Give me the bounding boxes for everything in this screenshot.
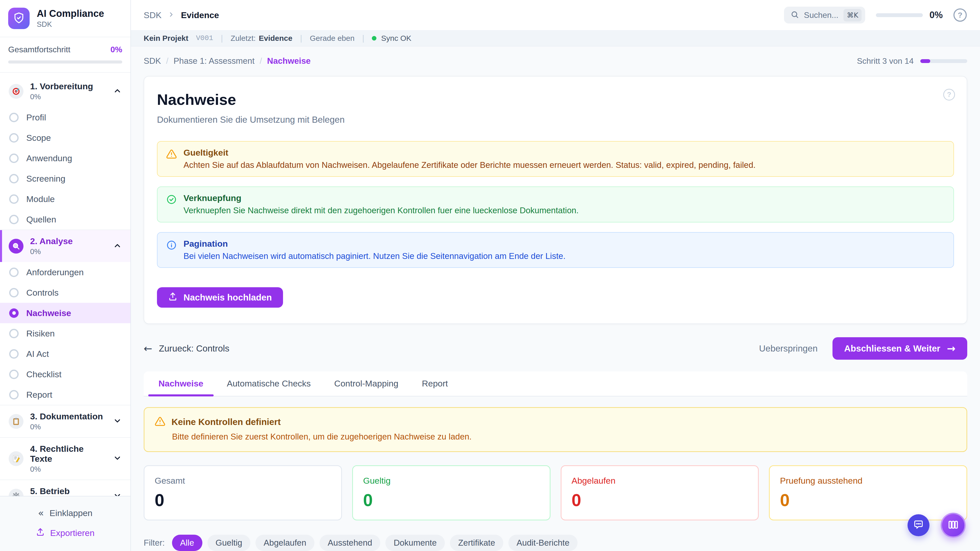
step-progress: Schritt 3 von 14 [857, 56, 967, 66]
sidebar-item-quellen[interactable]: Quellen [0, 209, 130, 230]
board-view-fab[interactable] [941, 513, 966, 538]
skip-button[interactable]: Ueberspringen [759, 343, 818, 354]
sidebar-item-report[interactable]: Report [0, 384, 130, 405]
section-label: 2. Analyse [30, 236, 107, 246]
section-head-analyse[interactable]: 2. Analyse 0% [0, 230, 130, 262]
chevron-right-icon [168, 10, 175, 20]
overall-progress: Gesamtfortschritt 0% [0, 37, 130, 73]
step-label: Schritt 3 von 14 [857, 56, 914, 66]
upload-icon [36, 527, 45, 538]
filter-chip-zertifikate[interactable]: Zertifikate [450, 535, 503, 551]
tab-nachweise[interactable]: Nachweise [147, 372, 215, 396]
stat-value: 0 [363, 491, 539, 509]
radio-icon [9, 133, 19, 143]
sidebar-section-dokumentation: 3. Dokumentation 0% [0, 405, 130, 438]
sidebar-item-anwendung[interactable]: Anwendung [0, 148, 130, 168]
section-head-rechtliche-texte[interactable]: 4. Rechtliche Texte 0% [0, 438, 130, 480]
breadcrumb-root[interactable]: SDK [144, 10, 162, 20]
tab-report[interactable]: Report [410, 372, 460, 396]
radio-icon [9, 370, 19, 379]
section-head-vorbereitung[interactable]: 1. Vorbereitung 0% [0, 75, 130, 107]
filter-chip-abgelaufen[interactable]: Abgelaufen [256, 535, 314, 551]
warning-title: Keine Kontrollen definiert [172, 417, 281, 427]
chat-bubble-icon [913, 519, 924, 531]
breadcrumb-phase[interactable]: Phase 1: Assessment [173, 56, 255, 66]
main-area: SDK Evidence Suchen... ⌘K 0% [131, 0, 980, 551]
radio-icon [9, 349, 19, 359]
step-progress-fill [920, 59, 930, 63]
stat-label: Pruefung ausstehend [780, 476, 956, 486]
collapse-sidebar-button[interactable]: « Einklappen [38, 505, 93, 521]
back-link[interactable]: ← Zurueck: Controls [144, 343, 229, 354]
sidebar-section-rechtliche-texte: 4. Rechtliche Texte 0% [0, 438, 130, 480]
sidebar-nav: 1. Vorbereitung 0% Profil Scope Anwendun… [0, 73, 130, 496]
chevron-up-icon [113, 241, 122, 251]
stat-card-gueltig: Gueltig 0 [352, 465, 550, 520]
radio-icon [9, 329, 19, 338]
evidence-stats: Gesamt 0 Gueltig 0 Abgelaufen 0 Pruefung… [144, 465, 967, 520]
breadcrumb-separator: / [166, 56, 169, 66]
search-input[interactable]: Suchen... ⌘K [784, 6, 865, 24]
sidebar-footer: « Einklappen Exportieren [0, 496, 130, 551]
gear-icon [9, 489, 24, 496]
page-subtitle: Dokumentieren Sie die Umsetzung mit Bele… [157, 114, 954, 125]
help-icon[interactable]: ? [953, 8, 967, 22]
complete-next-button[interactable]: Abschliessen & Weiter → [832, 337, 967, 360]
export-label: Exportieren [50, 528, 95, 538]
sync-status-dot [372, 36, 376, 41]
sidebar-item-screening[interactable]: Screening [0, 168, 130, 189]
radio-icon [9, 194, 19, 204]
upload-icon [168, 292, 177, 303]
sidebar-item-module[interactable]: Module [0, 189, 130, 209]
tab-control-mapping[interactable]: Control-Mapping [323, 372, 410, 396]
columns-icon [947, 519, 959, 532]
filter-chip-gueltig[interactable]: Gueltig [207, 535, 251, 551]
sidebar-item-scope[interactable]: Scope [0, 127, 130, 148]
sidebar-item-checklist[interactable]: Checklist [0, 364, 130, 384]
sidebar-header: AI Compliance SDK [0, 0, 130, 37]
stat-card-gesamt: Gesamt 0 [144, 465, 342, 520]
filter-chip-ausstehend[interactable]: Ausstehend [320, 535, 380, 551]
alert-body: Verknuepfen Sie Nachweise direkt mit den… [183, 205, 579, 216]
search-icon [791, 11, 799, 20]
sidebar-item-nachweise[interactable]: Nachweise [0, 303, 130, 323]
sidebar-item-ai-act[interactable]: AI Act [0, 344, 130, 364]
sidebar-item-risiken[interactable]: Risiken [0, 323, 130, 344]
chat-fab[interactable] [907, 514, 929, 536]
section-label: 5. Betrieb [30, 486, 107, 496]
topbar-progress-bar [876, 13, 923, 17]
radio-icon [9, 268, 19, 277]
alert-body: Achten Sie auf das Ablaufdatum von Nachw… [183, 160, 756, 170]
version-badge: V001 [196, 34, 213, 42]
sidebar-item-anforderungen[interactable]: Anforderungen [0, 262, 130, 283]
sidebar-item-profil[interactable]: Profil [0, 107, 130, 127]
filter-chip-alle[interactable]: Alle [172, 535, 202, 551]
filter-chip-audit-berichte[interactable]: Audit-Berichte [508, 535, 578, 551]
sidebar-item-controls[interactable]: Controls [0, 283, 130, 303]
radio-icon [9, 288, 19, 297]
section-head-dokumentation[interactable]: 3. Dokumentation 0% [0, 405, 130, 437]
sync-status-label: Sync OK [381, 34, 411, 43]
alert-body: Bei vielen Nachweisen wird automatisch p… [183, 251, 566, 261]
warning-triangle-icon [166, 148, 177, 170]
stat-label: Gueltig [363, 476, 539, 486]
back-link-label: Zurueck: Controls [159, 343, 229, 354]
filter-chip-dokumente[interactable]: Dokumente [385, 535, 445, 551]
tab-automatische-checks[interactable]: Automatische Checks [215, 372, 323, 396]
breadcrumb-root[interactable]: SDK [144, 56, 161, 66]
wizard-nav-row: ← Zurueck: Controls Ueberspringen Abschl… [144, 337, 967, 360]
warning-body: Bitte definieren Sie zuerst Kontrollen, … [172, 432, 956, 441]
section-percent: 0% [30, 248, 107, 256]
export-button[interactable]: Exportieren [36, 525, 95, 541]
alert-title: Verknuepfung [183, 193, 579, 203]
arrow-right-icon: → [947, 343, 956, 354]
no-controls-warning: Keine Kontrollen definiert Bitte definie… [144, 407, 967, 452]
section-head-betrieb[interactable]: 5. Betrieb 0% [0, 480, 130, 496]
upload-evidence-button[interactable]: Nachweis hochladen [157, 287, 283, 308]
card-help-icon[interactable]: ? [943, 89, 955, 100]
radio-icon [9, 174, 19, 183]
breadcrumb-current: Nachweise [267, 56, 311, 66]
keyboard-shortcut-badge: ⌘K [843, 9, 862, 21]
section-label: 4. Rechtliche Texte [30, 444, 107, 464]
radio-icon [9, 154, 19, 163]
